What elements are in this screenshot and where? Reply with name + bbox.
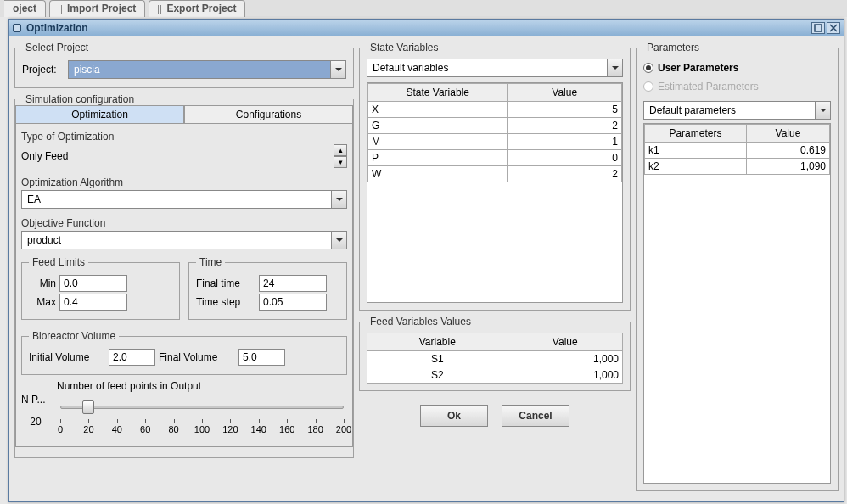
np-value: 20 <box>21 416 50 428</box>
tab-configurations[interactable]: Configurations <box>184 105 353 123</box>
chevron-down-icon[interactable] <box>331 232 346 249</box>
grip-icon <box>158 5 163 14</box>
parameters-group: Parameters User Parameters Estimated Par… <box>636 42 839 491</box>
parameters-combo[interactable]: Default parameters <box>643 101 831 120</box>
feed-max-input[interactable] <box>59 294 127 311</box>
dialog-title: Optimization <box>26 22 88 34</box>
project-combo[interactable]: piscia <box>68 60 346 79</box>
type-of-optimization-label: Type of Optimization <box>21 131 347 143</box>
simulation-config-group: Simulation configuration Optimization Co… <box>14 93 354 458</box>
feed-variables-table[interactable]: Variable Value S11,000S21,000 <box>367 333 623 384</box>
chevron-down-icon[interactable] <box>331 191 346 208</box>
svg-rect-0 <box>815 25 822 31</box>
feed-variables-group: Feed Variables Values Variable Value S11… <box>359 316 631 391</box>
spin-down-button[interactable]: ▾ <box>334 156 347 168</box>
objective-function-label: Objective Function <box>21 217 347 229</box>
time-step-input[interactable] <box>259 294 327 311</box>
table-row[interactable]: G2 <box>368 118 622 134</box>
slider-ticks: 020406080100120140160180200 <box>60 419 344 438</box>
tab-optimization[interactable]: Optimization <box>15 105 184 123</box>
objective-function-combo[interactable]: product <box>21 231 347 249</box>
final-time-input[interactable] <box>259 275 327 292</box>
type-of-optimization-value: Only Feed <box>21 148 330 165</box>
table-row[interactable]: S11,000 <box>367 351 623 367</box>
table-row[interactable]: M1 <box>368 134 622 150</box>
table-row[interactable]: W2 <box>368 166 622 182</box>
feed-points-slider[interactable] <box>60 399 344 419</box>
project-label: Project: <box>22 64 65 76</box>
feed-limits-group: Feed Limits Min Max <box>21 256 180 320</box>
time-group: Time Final time Time step <box>188 256 347 320</box>
np-short-label: N P... <box>21 394 50 406</box>
np-full-label: Number of feed points in Output <box>57 380 347 392</box>
initial-volume-input[interactable] <box>109 349 155 366</box>
state-variables-table[interactable]: State Variable Value X5G2M1P0W2 <box>367 83 622 182</box>
select-project-group: Select Project Project: piscia <box>14 42 354 88</box>
maximize-button[interactable] <box>811 22 825 34</box>
user-parameters-radio[interactable]: User Parameters <box>643 62 831 74</box>
state-variables-combo[interactable]: Default variables <box>367 59 623 77</box>
feed-min-input[interactable] <box>59 275 127 292</box>
background-tabstrip: oject Import Project Export Project <box>0 0 847 17</box>
table-row[interactable]: k10.619 <box>645 143 830 159</box>
window-icon <box>13 24 21 32</box>
parameters-table[interactable]: Parameters Value k10.619k21,090 <box>644 124 830 175</box>
algorithm-label: Optimization Algorithm <box>21 176 347 188</box>
estimated-parameters-radio[interactable]: Estimated Parameters <box>643 81 831 92</box>
spin-up-button[interactable]: ▴ <box>334 144 347 156</box>
cancel-button[interactable]: Cancel <box>502 405 569 427</box>
final-volume-input[interactable] <box>238 349 285 366</box>
optimization-dialog: Optimization Select Project Project: pis… <box>8 19 844 502</box>
table-row[interactable]: k21,090 <box>645 159 830 175</box>
chevron-down-icon[interactable] <box>815 102 830 119</box>
table-row[interactable]: S21,000 <box>367 367 623 384</box>
chevron-down-icon[interactable] <box>607 59 622 76</box>
state-variables-group: State Variables Default variables State … <box>359 42 631 311</box>
table-row[interactable]: X5 <box>368 102 622 118</box>
table-row[interactable]: P0 <box>368 150 622 166</box>
ok-button[interactable]: Ok <box>420 405 488 427</box>
bg-tab-export[interactable]: Export Project <box>149 0 245 17</box>
close-button[interactable] <box>827 22 840 34</box>
slider-thumb[interactable] <box>82 400 94 414</box>
bg-tab-import[interactable]: Import Project <box>49 0 145 17</box>
chevron-down-icon[interactable] <box>330 61 345 78</box>
bg-tab-project[interactable]: oject <box>4 0 46 17</box>
bioreactor-volume-group: Bioreactor Volume Initial Volume Final V… <box>21 330 347 375</box>
grip-icon <box>59 5 64 14</box>
algorithm-combo[interactable]: EA <box>21 190 347 209</box>
dialog-titlebar[interactable]: Optimization <box>9 20 844 36</box>
